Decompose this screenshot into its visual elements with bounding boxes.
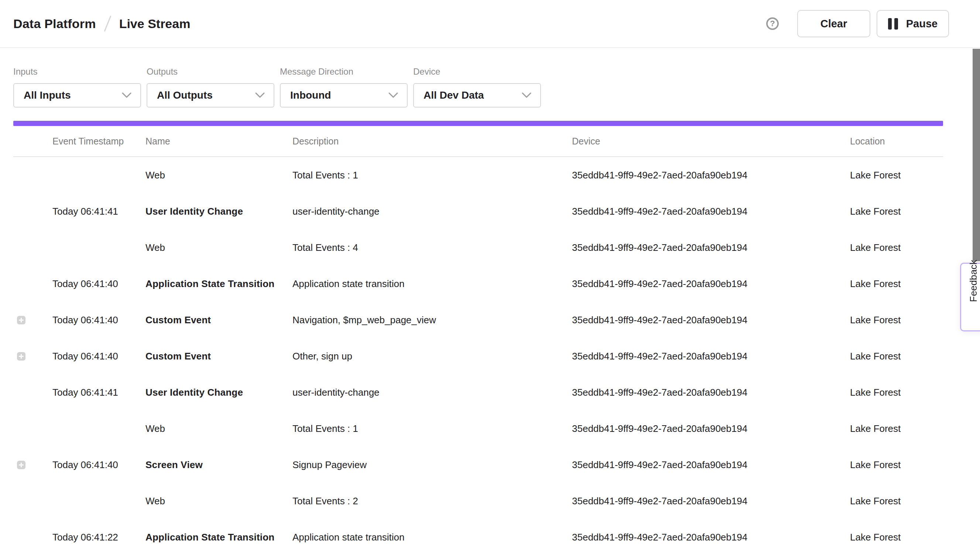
table-row[interactable]: Web Total Events : 1 35eddb41-9ff9-49e2-…: [13, 157, 943, 193]
message-direction-dropdown[interactable]: Inbound: [280, 83, 408, 107]
event-device-cell: 35eddb41-9ff9-49e2-7aed-20afa90eb194: [572, 531, 850, 543]
outputs-dropdown-value: All Outputs: [157, 89, 213, 101]
column-header-description: Description: [293, 136, 572, 147]
filter-inputs: Inputs All Inputs: [13, 67, 141, 107]
expand-row-button[interactable]: [17, 352, 25, 361]
table-row[interactable]: Web Total Events : 1 35eddb41-9ff9-49e2-…: [13, 410, 943, 447]
message-direction-dropdown-value: Inbound: [290, 89, 331, 101]
filter-message-direction: Message Direction Inbound: [280, 67, 408, 107]
inputs-dropdown-value: All Inputs: [24, 89, 71, 101]
clear-button-label: Clear: [821, 18, 848, 30]
event-location-cell: Lake Forest: [850, 531, 943, 543]
breadcrumb-section[interactable]: Data Platform: [13, 17, 96, 31]
filter-message-direction-label: Message Direction: [280, 67, 408, 77]
pause-button-label: Pause: [906, 18, 937, 30]
event-device-cell: 35eddb41-9ff9-49e2-7aed-20afa90eb194: [572, 387, 850, 398]
event-name-cell: Custom Event: [145, 314, 293, 326]
table-row[interactable]: Today 06:41:40 Screen View Signup Pagevi…: [13, 447, 943, 483]
event-description-cell: Total Events : 1: [293, 169, 572, 181]
event-timestamp-cell: Today 06:41:40: [52, 459, 145, 471]
filter-outputs-label: Outputs: [146, 67, 274, 77]
event-device-cell: 35eddb41-9ff9-49e2-7aed-20afa90eb194: [572, 169, 850, 181]
event-description-cell: Total Events : 4: [293, 242, 572, 254]
event-description-cell: Navigation, $mp_web_page_view: [293, 314, 572, 326]
event-timestamp-cell: Today 06:41:41: [52, 206, 145, 217]
event-timestamp-cell: Today 06:41:22: [52, 531, 145, 543]
table-row[interactable]: Today 06:41:41 User Identity Change user…: [13, 193, 943, 230]
event-name-cell: Application State Transition: [145, 531, 293, 543]
breadcrumb-separator: [104, 16, 111, 32]
table-row[interactable]: Web Total Events : 4 35eddb41-9ff9-49e2-…: [13, 230, 943, 266]
event-device-cell: 35eddb41-9ff9-49e2-7aed-20afa90eb194: [572, 459, 850, 471]
event-location-cell: Lake Forest: [850, 206, 943, 217]
pause-button[interactable]: Pause: [877, 10, 949, 37]
event-location-cell: Lake Forest: [850, 242, 943, 254]
event-description-cell: user-identity-change: [293, 387, 572, 398]
event-timestamp-cell: Today 06:41:40: [52, 351, 145, 362]
table-row[interactable]: Web Total Events : 2 35eddb41-9ff9-49e2-…: [13, 483, 943, 519]
event-location-cell: Lake Forest: [850, 459, 943, 471]
table-header-row: Event Timestamp Name Description Device …: [13, 126, 943, 157]
inputs-dropdown[interactable]: All Inputs: [13, 83, 141, 107]
event-name-cell: Web: [145, 423, 293, 434]
table-row[interactable]: Today 06:41:41 User Identity Change user…: [13, 374, 943, 410]
help-icon[interactable]: ?: [766, 18, 779, 30]
event-timestamp-cell: Today 06:41:40: [52, 278, 145, 290]
filter-outputs: Outputs All Outputs: [146, 67, 274, 107]
chevron-down-icon: [122, 93, 132, 98]
event-description-cell: Total Events : 2: [293, 495, 572, 507]
event-description-cell: Total Events : 1: [293, 423, 572, 434]
event-description-cell: Other, sign up: [293, 351, 572, 362]
column-header-device: Device: [572, 136, 850, 147]
event-name-cell: Web: [145, 242, 293, 254]
event-device-cell: 35eddb41-9ff9-49e2-7aed-20afa90eb194: [572, 351, 850, 362]
table-body: Web Total Events : 1 35eddb41-9ff9-49e2-…: [13, 157, 943, 549]
event-description-cell: user-identity-change: [293, 206, 572, 217]
table-row[interactable]: Today 06:41:40 Custom Event Other, sign …: [13, 338, 943, 374]
event-timestamp-cell: Today 06:41:41: [52, 387, 145, 398]
vertical-scrollbar-thumb[interactable]: [973, 49, 980, 261]
event-name-cell: User Identity Change: [145, 387, 293, 398]
expand-row-button[interactable]: [17, 461, 25, 469]
chevron-down-icon: [522, 93, 531, 98]
event-device-cell: 35eddb41-9ff9-49e2-7aed-20afa90eb194: [572, 278, 850, 290]
page-header: Data Platform Live Stream ? Clear Pause: [0, 0, 980, 48]
event-timestamp-cell: Today 06:41:40: [52, 314, 145, 326]
event-description-cell: Signup Pageview: [293, 459, 572, 471]
event-description-cell: Application state transition: [293, 278, 572, 290]
outputs-dropdown[interactable]: All Outputs: [146, 83, 274, 107]
event-device-cell: 35eddb41-9ff9-49e2-7aed-20afa90eb194: [572, 314, 850, 326]
device-dropdown[interactable]: All Dev Data: [413, 83, 541, 107]
live-stream-progress-bar: [13, 121, 943, 126]
event-description-cell: Application state transition: [293, 531, 572, 543]
event-name-cell: Application State Transition: [145, 278, 293, 290]
column-header-location: Location: [850, 136, 943, 147]
event-name-cell: Web: [145, 169, 293, 181]
column-header-event-timestamp: Event Timestamp: [52, 136, 145, 147]
event-name-cell: Custom Event: [145, 351, 293, 362]
event-location-cell: Lake Forest: [850, 351, 943, 362]
header-actions: ? Clear Pause: [766, 10, 949, 37]
filter-bar: Inputs All Inputs Outputs All Outputs Me…: [0, 48, 980, 107]
feedback-tab[interactable]: Feedback: [960, 263, 980, 331]
table-row[interactable]: Today 06:41:40 Application State Transit…: [13, 266, 943, 302]
event-name-cell: User Identity Change: [145, 206, 293, 217]
device-dropdown-value: All Dev Data: [423, 89, 484, 101]
event-location-cell: Lake Forest: [850, 169, 943, 181]
feedback-tab-label: Feedback: [968, 292, 979, 302]
event-location-cell: Lake Forest: [850, 495, 943, 507]
event-location-cell: Lake Forest: [850, 278, 943, 290]
event-location-cell: Lake Forest: [850, 387, 943, 398]
filter-device: Device All Dev Data: [413, 67, 541, 107]
filter-inputs-label: Inputs: [13, 67, 141, 77]
expand-row-button[interactable]: [17, 316, 25, 324]
event-device-cell: 35eddb41-9ff9-49e2-7aed-20afa90eb194: [572, 242, 850, 254]
event-location-cell: Lake Forest: [850, 314, 943, 326]
column-header-name: Name: [145, 136, 293, 147]
table-row[interactable]: Today 06:41:40 Custom Event Navigation, …: [13, 302, 943, 338]
table-row[interactable]: Today 06:41:22 Application State Transit…: [13, 519, 943, 549]
event-device-cell: 35eddb41-9ff9-49e2-7aed-20afa90eb194: [572, 423, 850, 434]
clear-button[interactable]: Clear: [797, 10, 870, 37]
event-device-cell: 35eddb41-9ff9-49e2-7aed-20afa90eb194: [572, 206, 850, 217]
event-device-cell: 35eddb41-9ff9-49e2-7aed-20afa90eb194: [572, 495, 850, 507]
